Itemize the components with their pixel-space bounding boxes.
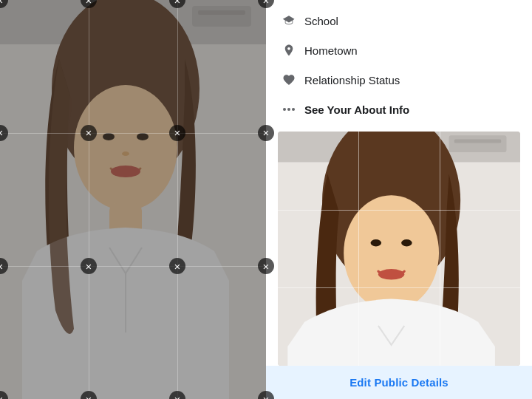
hometown-label: Hometown <box>304 44 358 57</box>
crop-handle-lmr[interactable] <box>258 258 274 274</box>
menu-item-school[interactable]: School <box>278 6 520 35</box>
crop-handle-mm2[interactable] <box>169 125 185 141</box>
preview-grid-v1 <box>358 132 359 366</box>
preview-grid-h2 <box>278 287 520 288</box>
about-menu-section: School Hometown Relationship Status <box>266 0 532 127</box>
relationship-label: Relationship Status <box>304 74 400 86</box>
preview-grid-overlay <box>278 132 520 366</box>
location-pin-icon <box>281 42 297 58</box>
edit-btn-container: Edit Public Details <box>266 366 532 399</box>
crop-handle-mm[interactable] <box>81 125 97 141</box>
dots-icon <box>281 101 297 117</box>
right-panel: School Hometown Relationship Status <box>266 0 532 399</box>
menu-item-hometown[interactable]: Hometown <box>278 35 520 65</box>
see-about-item[interactable]: See Your About Info <box>278 95 520 124</box>
school-label: School <box>304 15 338 27</box>
heart-icon <box>281 72 297 88</box>
menu-item-relationship[interactable]: Relationship Status <box>278 65 520 95</box>
preview-grid-h1 <box>278 210 520 211</box>
dot3 <box>292 108 295 111</box>
dot1 <box>283 108 286 111</box>
dot2 <box>287 108 290 111</box>
preview-grid-v2 <box>440 132 440 366</box>
photo-preview-thumbnail <box>278 132 520 366</box>
crop-handle-lmm[interactable] <box>81 258 97 274</box>
edit-public-details-button[interactable]: Edit Public Details <box>266 366 532 399</box>
photo-crop-panel[interactable] <box>0 0 266 399</box>
crop-handle-lmm2[interactable] <box>169 258 185 274</box>
crop-overlay <box>0 0 266 399</box>
see-about-label: See Your About Info <box>304 103 409 116</box>
crop-handle-mr[interactable] <box>258 125 274 141</box>
graduation-cap-icon <box>281 13 297 29</box>
